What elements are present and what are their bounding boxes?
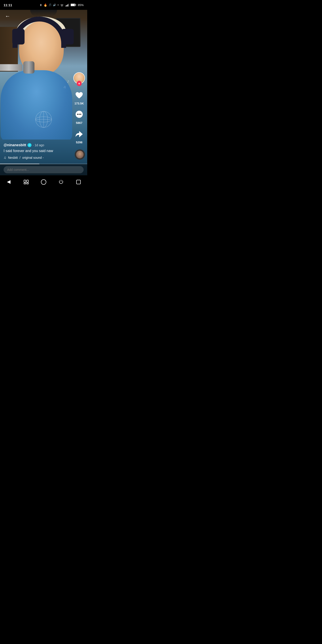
svg-rect-8 <box>68 4 69 6</box>
status-bar: 11:11 ⏸ 🔥 🎵 🔊 • 85% <box>0 0 87 10</box>
nav-power-icon <box>58 179 64 185</box>
nav-back-icon <box>6 179 12 185</box>
signal-icon <box>65 3 69 6</box>
like-count: 173.5K <box>74 102 84 105</box>
nav-back-button[interactable] <box>4 177 14 187</box>
svg-rect-5 <box>66 6 66 6</box>
nav-square-button[interactable] <box>74 177 84 187</box>
pause-icon: ⏸ <box>39 3 42 7</box>
follow-plus-badge[interactable]: + <box>77 81 82 86</box>
nav-recents-button[interactable] <box>21 177 31 187</box>
music-disc-avatar[interactable] <box>75 149 85 160</box>
avatar-container: + <box>73 72 85 84</box>
svg-rect-11 <box>76 4 76 5</box>
svg-point-14 <box>79 114 80 115</box>
heart-svg <box>75 91 84 100</box>
like-icon <box>74 90 85 101</box>
disc-inner <box>76 151 84 158</box>
svg-rect-22 <box>76 180 80 184</box>
video-caption: I said forever and you said naw <box>4 148 72 154</box>
like-action[interactable]: 173.5K <box>74 90 85 105</box>
comment-count: 5867 <box>76 121 82 124</box>
app-icon-3: 🔊 <box>53 4 56 6</box>
app-icon-1: 🔥 <box>44 3 47 7</box>
svg-rect-20 <box>26 183 28 184</box>
share-svg <box>74 129 84 139</box>
svg-rect-17 <box>24 180 26 182</box>
comment-input[interactable] <box>4 166 84 173</box>
status-icons: ⏸ 🔥 🎵 🔊 • 85% <box>39 3 84 7</box>
share-action[interactable]: 5298 <box>74 128 85 144</box>
comment-svg <box>74 110 84 120</box>
battery-percent: 85% <box>78 3 84 7</box>
nav-square-icon <box>76 180 81 184</box>
share-icon <box>74 128 85 140</box>
sound-info[interactable]: ♫ Nesbitt / original sound - <box>4 156 72 160</box>
svg-point-21 <box>41 180 46 184</box>
ui-overlay: ← + 173.5K <box>0 0 87 189</box>
svg-rect-18 <box>26 180 28 182</box>
creator-username[interactable]: @ninanesbitt <box>4 143 26 147</box>
svg-rect-7 <box>68 4 68 6</box>
progress-fill <box>0 164 39 164</box>
verified-badge: ✓ <box>28 143 32 147</box>
sound-label: Nesbitt <box>8 156 18 160</box>
svg-point-15 <box>80 114 82 115</box>
nav-recents-icon <box>24 179 29 185</box>
svg-rect-10 <box>71 4 75 6</box>
creator-handle-row: @ninanesbitt ✓ · 1d ago <box>4 143 72 147</box>
wifi-icon <box>60 3 64 6</box>
svg-marker-16 <box>7 180 10 184</box>
nav-home-button[interactable] <box>39 177 48 187</box>
nav-home-icon <box>41 179 46 185</box>
comment-bar <box>0 164 87 175</box>
app-icon-2: 🎵 <box>48 4 52 6</box>
back-button[interactable]: ← <box>4 12 12 20</box>
status-time: 11:11 <box>4 3 12 7</box>
sound-separator: / <box>20 156 20 160</box>
nav-power-button[interactable] <box>56 177 66 187</box>
share-count: 5298 <box>76 141 82 144</box>
svg-point-13 <box>77 114 78 115</box>
bottom-navigation <box>0 175 87 189</box>
video-progress-bar[interactable] <box>0 164 87 164</box>
comment-action[interactable]: 5867 <box>74 109 85 124</box>
right-action-bar: + 173.5K 5867 <box>73 72 85 144</box>
svg-rect-6 <box>66 5 67 6</box>
battery-icon <box>71 3 76 6</box>
sound-suffix: original sound - <box>22 156 44 160</box>
dot-indicator: • <box>58 3 58 7</box>
bottom-info: @ninanesbitt ✓ · 1d ago I said forever a… <box>4 143 72 160</box>
back-arrow-icon: ← <box>5 13 10 19</box>
time-ago: · 1d ago <box>33 143 44 147</box>
music-note-icon: ♫ <box>4 156 6 160</box>
comment-icon <box>74 109 85 120</box>
svg-rect-19 <box>24 183 26 184</box>
